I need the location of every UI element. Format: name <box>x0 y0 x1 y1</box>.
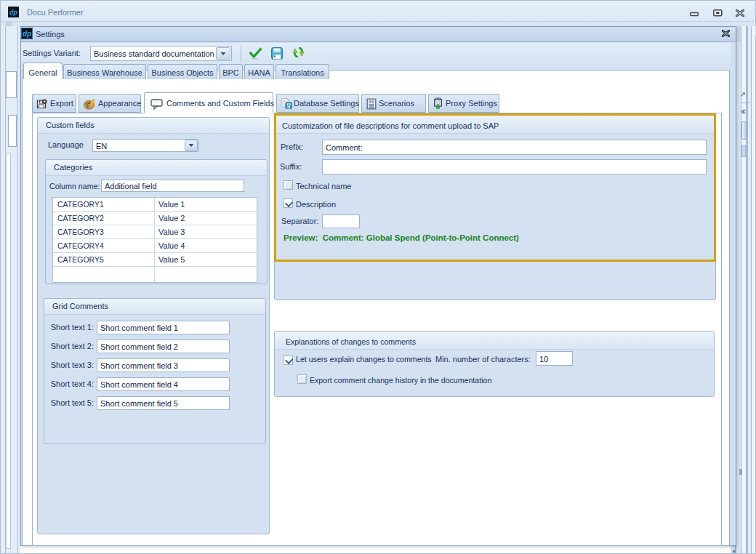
svg-text:dp: dp <box>23 30 31 38</box>
svg-text:dp: dp <box>9 9 17 16</box>
